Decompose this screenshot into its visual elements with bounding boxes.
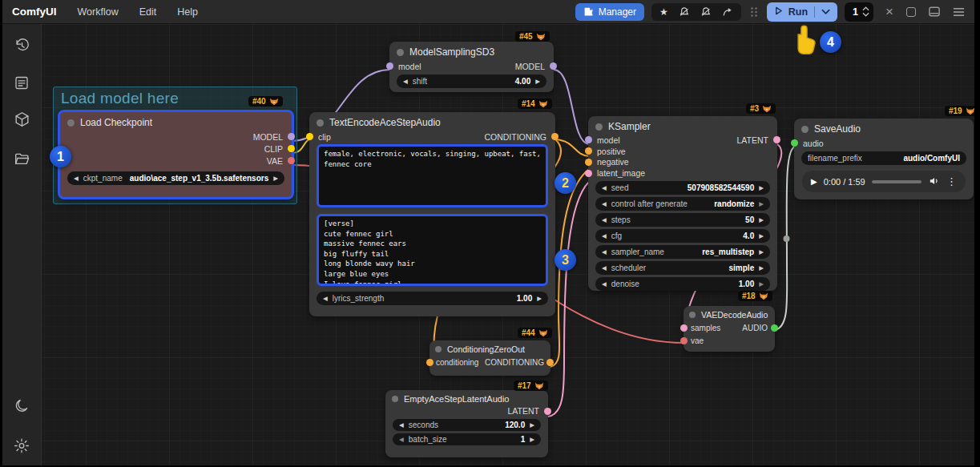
widget-decrement-icon[interactable]: ◀: [399, 422, 404, 429]
run-button[interactable]: Run: [767, 2, 837, 22]
star-icon[interactable]: ★: [659, 7, 668, 17]
widget-increment-icon[interactable]: ▶: [273, 175, 278, 182]
shift-widget[interactable]: ◀ shift 4.00 ▶: [397, 74, 546, 88]
output-conditioning-dot[interactable]: [551, 133, 559, 140]
widget-increment-icon[interactable]: ▶: [759, 233, 764, 240]
node-load-checkpoint[interactable]: Load Checkpoint MODEL CLIP VAE ◀ ckpt_na…: [58, 110, 294, 199]
input-audio-dot[interactable]: [791, 139, 798, 147]
close-icon[interactable]: ×: [885, 5, 893, 18]
collapse-dot-icon[interactable]: [689, 312, 696, 318]
widget-increment-icon[interactable]: ▶: [759, 265, 764, 272]
output-latent-dot[interactable]: [544, 408, 551, 415]
denoise-widget[interactable]: ◀ denoise 1.00 ▶: [595, 277, 770, 291]
node-library-icon[interactable]: [13, 74, 31, 92]
collapse-dot-icon[interactable]: [595, 123, 603, 131]
batch-size-widget[interactable]: ◀ batch_size 1 ▶: [393, 433, 541, 445]
hamburger-menu-icon[interactable]: [953, 7, 965, 17]
widget-increment-icon[interactable]: ▶: [530, 437, 534, 443]
play-icon[interactable]: ▶: [811, 177, 817, 186]
widget-increment-icon[interactable]: ▶: [759, 249, 764, 256]
run-dropdown-chevron-icon[interactable]: [821, 6, 830, 18]
audio-player[interactable]: ▶ 0:00 / 1:59 ⋮: [802, 171, 966, 192]
widget-decrement-icon[interactable]: ◀: [602, 201, 607, 207]
collapse-dot-icon[interactable]: [435, 346, 442, 352]
input-conditioning-dot[interactable]: [426, 359, 434, 366]
node-header[interactable]: EmptyAceStepLatentAudio: [385, 390, 548, 405]
manager-button[interactable]: Manager: [575, 3, 644, 21]
input-negative-dot[interactable]: [585, 159, 592, 166]
volume-icon[interactable]: [928, 175, 940, 188]
widget-decrement-icon[interactable]: ◀: [399, 437, 404, 443]
input-samples-dot[interactable]: [680, 324, 688, 332]
input-latent-image-dot[interactable]: [585, 170, 592, 177]
node-save-audio[interactable]: SaveAudio audio filename_prefix audio/Co…: [794, 119, 974, 199]
node-header[interactable]: ModelSamplingSD3: [389, 42, 554, 60]
node-empty-ace-step-latent-audio[interactable]: EmptyAceStepLatentAudio LATENT ◀ seconds…: [385, 390, 548, 457]
input-clip-dot[interactable]: [306, 133, 313, 140]
output-audio-dot[interactable]: [771, 324, 778, 332]
history-icon[interactable]: [13, 36, 31, 54]
share-arrow-icon[interactable]: [722, 6, 733, 18]
bell-slash-icon-2[interactable]: [700, 6, 712, 18]
model-library-icon[interactable]: [13, 110, 31, 128]
widget-decrement-icon[interactable]: ◀: [602, 281, 607, 288]
settings-gear-icon[interactable]: [13, 437, 31, 455]
batch-spinner-icons[interactable]: [862, 6, 869, 17]
output-conditioning-dot[interactable]: [546, 359, 554, 366]
canvas-frame-icon[interactable]: [906, 7, 916, 17]
node-header[interactable]: KSampler: [588, 116, 777, 135]
widget-increment-icon[interactable]: ▶: [530, 422, 534, 429]
cfg-widget[interactable]: ◀ cfg 4.0 ▶: [595, 229, 770, 243]
seconds-widget[interactable]: ◀ seconds 120.0 ▶: [393, 419, 541, 431]
menu-edit[interactable]: Edit: [139, 6, 157, 18]
node-ksampler[interactable]: KSampler model LATENT positive negative …: [588, 116, 777, 291]
ckpt-name-widget[interactable]: ◀ ckpt_name audio\ace_step_v1_3.5b.safet…: [67, 171, 284, 185]
widget-decrement-icon[interactable]: ◀: [403, 79, 408, 85]
input-model-dot[interactable]: [585, 136, 592, 143]
input-vae-dot[interactable]: [680, 337, 688, 344]
seek-bar[interactable]: [872, 180, 922, 183]
theme-toggle-moon-icon[interactable]: [13, 397, 31, 416]
collapse-dot-icon[interactable]: [317, 119, 324, 127]
input-positive-dot[interactable]: [585, 147, 592, 155]
scheduler-widget[interactable]: ◀ scheduler simple ▶: [595, 261, 770, 275]
node-header[interactable]: SaveAudio: [794, 119, 974, 137]
widget-increment-icon[interactable]: ▶: [759, 201, 764, 207]
collapse-dot-icon[interactable]: [67, 119, 75, 127]
node-header[interactable]: Load Checkpoint: [60, 112, 292, 131]
widget-increment-icon[interactable]: ▶: [759, 185, 764, 191]
menu-workflow[interactable]: Workflow: [78, 6, 119, 18]
output-vae-dot[interactable]: [288, 157, 295, 164]
node-text-encode-ace-step-audio[interactable]: TextEncodeAceStepAudio clip CONDITIONING…: [309, 112, 555, 316]
batch-count-stepper[interactable]: 1: [845, 2, 873, 22]
lyrics-textarea[interactable]: [verse] cute fennec girl massive fennec …: [317, 214, 548, 286]
widget-increment-icon[interactable]: ▶: [535, 79, 540, 85]
bottom-panel-toggle-icon[interactable]: [929, 6, 940, 17]
steps-widget[interactable]: ◀ steps 50 ▶: [595, 213, 770, 227]
output-clip-dot[interactable]: [288, 145, 295, 152]
toolbar-drag-handle-icon[interactable]: [750, 6, 758, 18]
widget-decrement-icon[interactable]: ◀: [602, 249, 607, 256]
widget-decrement-icon[interactable]: ◀: [602, 217, 607, 223]
widget-decrement-icon[interactable]: ◀: [323, 296, 328, 302]
comfyui-logo[interactable]: ComfyUI: [2, 6, 68, 18]
widget-increment-icon[interactable]: ▶: [537, 296, 542, 302]
filename-prefix-widget[interactable]: filename_prefix audio/ComfyUI: [801, 151, 966, 165]
widget-decrement-icon[interactable]: ◀: [602, 265, 607, 272]
node-conditioning-zero-out[interactable]: ConditioningZeroOut conditioning CONDITI…: [430, 340, 550, 376]
widget-increment-icon[interactable]: ▶: [759, 217, 764, 223]
kebab-menu-icon[interactable]: ⋮: [946, 175, 957, 187]
node-header[interactable]: ConditioningZeroOut: [430, 340, 550, 356]
tags-textarea[interactable]: female, electronic, vocals, singing, upb…: [317, 144, 548, 207]
node-model-sampling-sd3[interactable]: ModelSamplingSD3 model MODEL ◀ shift 4.0…: [389, 42, 554, 92]
widget-decrement-icon[interactable]: ◀: [74, 175, 79, 182]
lyrics-strength-widget[interactable]: ◀ lyrics_strength 1.00 ▶: [317, 292, 548, 305]
sampler-name-widget[interactable]: ◀ sampler_name res_multistep ▶: [595, 245, 770, 259]
node-header[interactable]: TextEncodeAceStepAudio: [309, 112, 555, 131]
widget-decrement-icon[interactable]: ◀: [602, 233, 607, 240]
node-vae-decode-audio[interactable]: VAEDecodeAudio samples AUDIO vae: [684, 306, 775, 352]
bell-slash-icon[interactable]: [679, 6, 690, 18]
collapse-dot-icon[interactable]: [801, 126, 809, 133]
widget-increment-icon[interactable]: ▶: [759, 281, 764, 288]
seed-widget[interactable]: ◀ seed 507908582544590 ▶: [595, 181, 770, 195]
